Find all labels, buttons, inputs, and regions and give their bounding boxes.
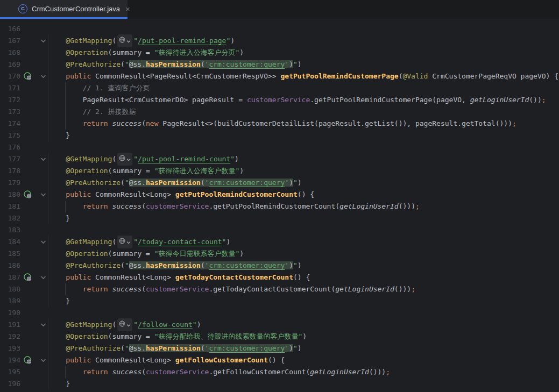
- code-token: /follow-count: [138, 320, 193, 329]
- code-text[interactable]: @PreAuthorize("@ss.hasPermission('crm:cu…: [48, 177, 559, 189]
- chevron-down-icon[interactable]: [39, 39, 47, 43]
- line-number[interactable]: 193: [0, 343, 20, 354]
- line-number[interactable]: 188: [0, 283, 20, 295]
- code-text[interactable]: }: [48, 130, 559, 141]
- line-number[interactable]: 175: [0, 130, 20, 141]
- url-navigation-inlay[interactable]: [117, 318, 132, 331]
- line-number[interactable]: 178: [0, 165, 20, 177]
- code-line-row: 184 @GetMapping("/today-contact-count"): [0, 236, 559, 248]
- code-text[interactable]: public CommonResult<Long> getFollowCusto…: [48, 354, 559, 366]
- code-token: /put-pool-remind-page: [138, 37, 226, 45]
- code-text[interactable]: public CommonResult<PageResult<CrmCustom…: [48, 70, 559, 82]
- line-number[interactable]: 184: [0, 236, 20, 248]
- line-number[interactable]: 172: [0, 94, 20, 106]
- code-text[interactable]: @PreAuthorize("@ss.hasPermission('crm:cu…: [48, 260, 559, 272]
- line-number[interactable]: 169: [0, 59, 20, 70]
- line-number[interactable]: 192: [0, 331, 20, 343]
- chevron-down-icon[interactable]: [39, 275, 47, 280]
- line-number[interactable]: 173: [0, 106, 20, 118]
- code-text[interactable]: @Operation(summary = "获得待进入公海客户数量"): [48, 165, 559, 177]
- line-number[interactable]: 187: [0, 272, 20, 283]
- api-endpoint-globe-icon[interactable]: [23, 356, 33, 365]
- line-number[interactable]: 167: [0, 35, 20, 47]
- code-text[interactable]: @GetMapping("/follow-count"): [48, 318, 559, 331]
- api-endpoint-globe-icon[interactable]: [23, 273, 33, 282]
- code-text[interactable]: public CommonResult<Long> getPutPoolRemi…: [48, 189, 559, 201]
- code-token: public: [66, 273, 95, 281]
- line-number[interactable]: 176: [0, 141, 20, 153]
- code-token: "获得今日需联系客户数量": [154, 250, 240, 258]
- line-number[interactable]: 183: [0, 224, 20, 236]
- line-number[interactable]: 180: [0, 189, 20, 201]
- code-text[interactable]: @Operation(summary = "获得今日需联系客户数量"): [48, 248, 559, 260]
- code-text[interactable]: @GetMapping("/today-contact-count"): [48, 236, 559, 248]
- url-navigation-inlay[interactable]: [117, 34, 132, 47]
- code-token: ": [125, 179, 129, 187]
- code-editor[interactable]: 166167 @GetMapping("/put-pool-remind-pag…: [0, 19, 559, 390]
- code-text[interactable]: @PreAuthorize("@ss.hasPermission('crm:cu…: [48, 59, 559, 70]
- code-text[interactable]: return success(customerService.getTodayC…: [48, 283, 559, 295]
- chevron-down-icon[interactable]: [39, 240, 47, 244]
- code-text[interactable]: }: [48, 378, 559, 390]
- code-text[interactable]: // 2. 拼接数据: [48, 106, 559, 118]
- code-token: success: [112, 285, 141, 293]
- line-number[interactable]: 182: [0, 212, 20, 224]
- line-number[interactable]: 186: [0, 260, 20, 272]
- code-token: ): [235, 155, 239, 163]
- code-text[interactable]: @PreAuthorize("@ss.hasPermission('crm:cu…: [48, 343, 559, 354]
- line-number[interactable]: 185: [0, 248, 20, 260]
- code-token: (: [141, 202, 146, 210]
- line-number[interactable]: 179: [0, 177, 20, 189]
- code-token: "获得待进入公海客户数量": [154, 167, 240, 175]
- api-endpoint-globe-icon[interactable]: [23, 72, 33, 81]
- chevron-down-icon[interactable]: [39, 157, 47, 161]
- code-text[interactable]: @Operation(summary = "获得待进入公海客户分页"): [48, 47, 559, 59]
- close-icon[interactable]: ×: [125, 5, 130, 13]
- code-text[interactable]: // 1. 查询客户分页: [48, 82, 559, 94]
- line-number[interactable]: 191: [0, 319, 20, 331]
- code-text[interactable]: public CommonResult<Long> getTodayContac…: [48, 272, 559, 283]
- code-line-row: 172 PageResult<CrmCustomerDO> pageResult…: [0, 94, 559, 106]
- chevron-down-icon[interactable]: [39, 323, 47, 327]
- line-number[interactable]: 170: [0, 70, 20, 82]
- line-number[interactable]: 194: [0, 354, 20, 366]
- line-number[interactable]: 189: [0, 295, 20, 307]
- code-token: ': [285, 60, 289, 68]
- code-token: getLoginUserId: [470, 96, 529, 104]
- code-text[interactable]: }: [48, 295, 559, 307]
- line-number[interactable]: 181: [0, 201, 20, 212]
- code-text[interactable]: @GetMapping("/put-pool-remind-page"): [48, 34, 559, 47]
- code-text[interactable]: return success(customerService.getFollow…: [48, 366, 559, 378]
- line-number[interactable]: 190: [0, 307, 20, 319]
- line-number[interactable]: 168: [0, 47, 20, 59]
- code-token: ;: [411, 285, 415, 293]
- code-line-row: 181 return success(customerService.getPu…: [0, 201, 559, 212]
- code-line-row: 168 @Operation(summary = "获得待进入公海客户分页"): [0, 47, 559, 59]
- code-text[interactable]: @GetMapping("/put-pool-remind-count"): [48, 153, 559, 166]
- code-text[interactable]: PageResult<CrmCustomerDO> pageResult = c…: [48, 94, 559, 106]
- code-token: ": [125, 344, 129, 352]
- line-number[interactable]: 171: [0, 82, 20, 94]
- tab-crmcustomercontroller[interactable]: C CrmCustomerController.java ×: [0, 0, 128, 19]
- line-number[interactable]: 195: [0, 366, 20, 378]
- code-token: ())): [394, 285, 411, 293]
- code-token: public: [66, 356, 95, 364]
- chevron-down-icon[interactable]: [39, 193, 47, 197]
- code-text[interactable]: @Operation(summary = "获得分配给我、待跟进的线索数量的客户…: [48, 331, 559, 343]
- line-number[interactable]: 174: [0, 118, 20, 130]
- code-token: ": [193, 320, 197, 329]
- code-token: customerService: [146, 368, 209, 376]
- chevron-down-icon[interactable]: [39, 358, 47, 362]
- url-navigation-inlay[interactable]: [117, 236, 132, 248]
- line-number[interactable]: 166: [0, 23, 20, 35]
- chevron-down-icon[interactable]: [39, 74, 47, 79]
- line-number[interactable]: 196: [0, 378, 20, 390]
- code-line-row: 183: [0, 224, 559, 236]
- code-text[interactable]: return success(new PageResult<>(buildCus…: [48, 118, 559, 130]
- code-text[interactable]: return success(customerService.getPutPoo…: [48, 201, 559, 212]
- url-navigation-inlay[interactable]: [117, 153, 132, 166]
- api-endpoint-globe-icon[interactable]: [23, 190, 33, 199]
- code-token: ': [285, 344, 289, 352]
- code-text[interactable]: }: [48, 212, 559, 224]
- line-number[interactable]: 177: [0, 153, 20, 165]
